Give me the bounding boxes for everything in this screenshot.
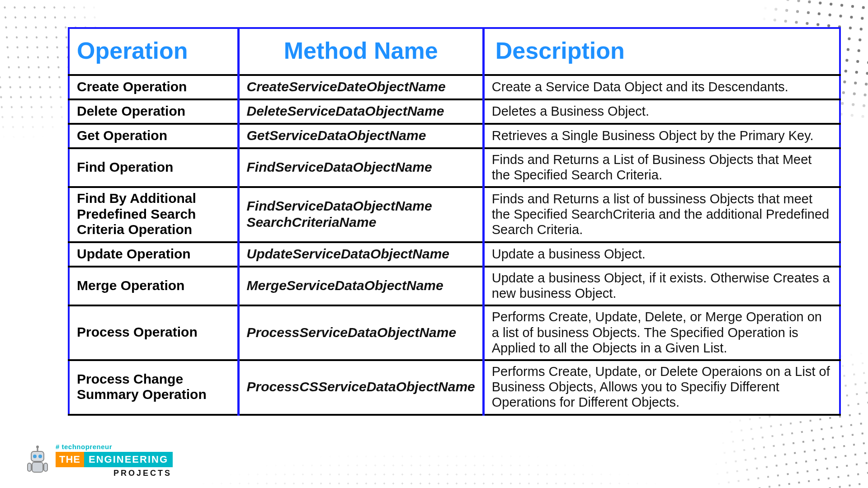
table-header-row: Operation Method Name Description — [69, 28, 840, 75]
cell-operation: Delete Operation — [69, 99, 238, 124]
cell-method: UpdateServiceDataObjectName — [238, 242, 483, 267]
cell-description: Finds and Returns a list of bussiness Ob… — [483, 187, 840, 242]
svg-point-4 — [38, 455, 42, 458]
cell-description: Performs Create, Update, or Delete Opera… — [483, 360, 840, 415]
cell-method: ProcessCSServiceDataObjectName — [238, 360, 483, 415]
header-description: Description — [483, 28, 840, 75]
brand-hash: # technopreneur — [56, 443, 173, 450]
cell-operation: Process Operation — [69, 305, 238, 360]
table-row: Find By Additional Predefined Search Cri… — [69, 187, 840, 242]
svg-rect-5 — [32, 462, 43, 472]
header-method: Method Name — [238, 28, 483, 75]
table-row: Update OperationUpdateServiceDataObjectN… — [69, 242, 840, 267]
cell-operation: Process Change Summary Operation — [69, 360, 238, 415]
table-row: Merge OperationMergeServiceDataObjectNam… — [69, 267, 840, 305]
table-row: Process Change Summary OperationProcessC… — [69, 360, 840, 415]
operations-table: Operation Method Name Description Create… — [68, 27, 841, 416]
cell-description: Update a business Object. — [483, 242, 840, 267]
header-operation: Operation — [69, 28, 238, 75]
robot-icon — [25, 444, 50, 477]
table-row: Get OperationGetServiceDataObjectNameRet… — [69, 124, 840, 148]
cell-operation: Create Operation — [69, 75, 238, 99]
brand-eng: ENGINEERING — [84, 452, 173, 467]
brand-projects: PROJECTS — [113, 469, 172, 477]
cell-method: MergeServiceDataObjectName — [238, 267, 483, 305]
cell-method: ProcessServiceDataObjectName — [238, 305, 483, 360]
table-row: Delete OperationDeleteServiceDataObjectN… — [69, 99, 840, 124]
svg-rect-1 — [37, 448, 38, 451]
cell-description: Finds and Returns a List of Business Obj… — [483, 148, 840, 187]
cell-description: Create a Service Data Object and its Des… — [483, 75, 840, 99]
cell-method: FindServiceDataObjectName SearchCriteria… — [238, 187, 483, 242]
cell-operation: Find By Additional Predefined Search Cri… — [69, 187, 238, 242]
table-row: Find OperationFindServiceDataObjectNameF… — [69, 148, 840, 187]
cell-method: DeleteServiceDataObjectName — [238, 99, 483, 124]
cell-operation: Update Operation — [69, 242, 238, 267]
cell-method: CreateServiceDateObjectName — [238, 75, 483, 99]
brand-the: THE — [56, 452, 84, 467]
brand-footer: # technopreneur THE ENGINEERING PROJECTS — [25, 443, 173, 477]
cell-operation: Merge Operation — [69, 267, 238, 305]
svg-rect-6 — [28, 463, 31, 471]
cell-description: Deletes a Business Object. — [483, 99, 840, 124]
cell-description: Update a business Object, if it exists. … — [483, 267, 840, 305]
brand-text: # technopreneur THE ENGINEERING PROJECTS — [56, 443, 173, 477]
cell-operation: Get Operation — [69, 124, 238, 148]
cell-operation: Find Operation — [69, 148, 238, 187]
cell-method: GetServiceDataObjectName — [238, 124, 483, 148]
cell-description: Retrieves a Single Business Object by th… — [483, 124, 840, 148]
operations-table-wrap: Operation Method Name Description Create… — [68, 27, 841, 416]
table-row: Process OperationProcessServiceDataObjec… — [69, 305, 840, 360]
svg-rect-7 — [44, 463, 47, 471]
svg-point-3 — [33, 455, 37, 458]
table-row: Create OperationCreateServiceDateObjectN… — [69, 75, 840, 99]
cell-method: FindServiceDataObjectName — [238, 148, 483, 187]
cell-description: Performs Create, Update, Delete, or Merg… — [483, 305, 840, 360]
